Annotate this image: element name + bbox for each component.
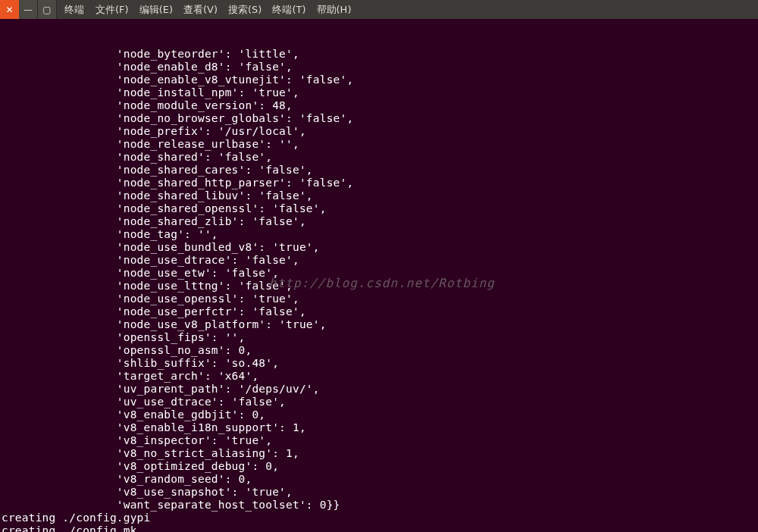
config-line: 'uv_use_dtrace': 'false', (2, 396, 756, 408)
config-line: 'node_shared': 'false', (2, 151, 756, 164)
window-controls: ✕ — ▢ (0, 0, 57, 19)
config-line: 'node_use_etw': 'false', (2, 267, 756, 280)
config-line: 'node_use_perfctr': 'false', (2, 305, 756, 318)
close-button[interactable]: ✕ (0, 0, 19, 19)
maximize-button[interactable]: ▢ (38, 0, 57, 19)
config-line: 'node_shared_openssl': 'false', (2, 202, 756, 215)
menu-edit[interactable]: 编辑(E) (135, 3, 177, 17)
app-title: 终端 (57, 3, 84, 17)
output-line: creating ./config.mk (2, 524, 756, 532)
config-line: 'node_release_urlbase': '', (2, 138, 756, 151)
config-line: 'openssl_no_asm': 0, (2, 344, 756, 357)
output-line: creating ./config.gypi (2, 512, 756, 524)
config-line: 'node_enable_v8_vtunejit': 'false', (2, 74, 756, 86)
config-line: 'v8_enable_gdbjit': 0, (2, 408, 756, 421)
menu-help[interactable]: 帮助(H) (312, 3, 356, 17)
config-line: 'shlib_suffix': 'so.48', (2, 357, 756, 370)
config-line: 'node_use_dtrace': 'false', (2, 254, 756, 267)
config-line: 'node_tag': '', (2, 228, 756, 241)
config-line: 'node_use_lttng': 'false', (2, 280, 756, 293)
menu-search[interactable]: 搜索(S) (224, 3, 266, 17)
minimize-button[interactable]: — (19, 0, 38, 19)
config-line: 'v8_use_snapshot': 'true', (2, 486, 756, 499)
config-line: 'node_install_npm': 'true', (2, 86, 756, 99)
config-line: 'v8_inspector': 'true', (2, 434, 756, 447)
title-bar: ✕ — ▢ 终端 文件(F) 编辑(E) 查看(V) 搜索(S) 终端(T) 帮… (0, 0, 758, 19)
config-line: 'node_shared_zlib': 'false', (2, 215, 756, 228)
config-line: 'openssl_fips': '', (2, 331, 756, 344)
config-line: 'v8_no_strict_aliasing': 1, (2, 447, 756, 460)
config-line: 'node_module_version': 48, (2, 99, 756, 112)
config-line: 'node_prefix': '/usr/local', (2, 125, 756, 138)
menu-terminal[interactable]: 终端(T) (268, 3, 310, 17)
config-line: 'node_use_v8_platform': 'true', (2, 318, 756, 331)
config-line: 'uv_parent_path': '/deps/uv/', (2, 383, 756, 396)
config-line: 'v8_random_seed': 0, (2, 473, 756, 486)
config-line: 'node_enable_d8': 'false', (2, 61, 756, 74)
config-line: 'node_shared_cares': 'false', (2, 164, 756, 177)
config-line: 'node_no_browser_globals': 'false', (2, 112, 756, 125)
config-line: 'v8_enable_i18n_support': 1, (2, 421, 756, 434)
config-line: 'want_separate_host_toolset': 0}} (2, 499, 756, 512)
config-line: 'node_use_bundled_v8': 'true', (2, 241, 756, 254)
config-line: 'node_byteorder': 'little', (2, 48, 756, 61)
terminal-output[interactable]: http://blog.csdn.net/Rotbing 'node_byteo… (0, 19, 758, 532)
config-line: 'node_use_openssl': 'true', (2, 293, 756, 305)
menu-view[interactable]: 查看(V) (179, 3, 222, 17)
config-line: 'node_shared_http_parser': 'false', (2, 177, 756, 189)
menu-bar: 文件(F) 编辑(E) 查看(V) 搜索(S) 终端(T) 帮助(H) (91, 0, 356, 19)
config-line: 'node_shared_libuv': 'false', (2, 189, 756, 202)
config-line: 'target_arch': 'x64', (2, 370, 756, 383)
config-line: 'v8_optimized_debug': 0, (2, 460, 756, 473)
menu-file[interactable]: 文件(F) (91, 3, 133, 17)
